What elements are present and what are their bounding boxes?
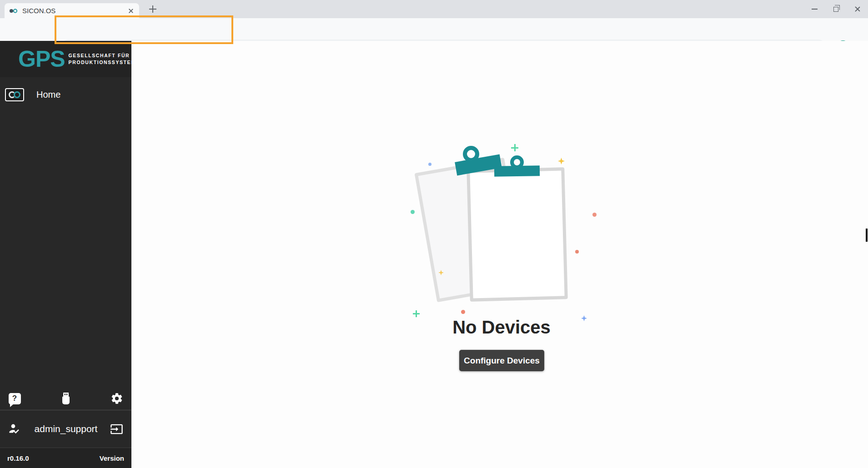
home-label: Home — [36, 90, 60, 100]
version-bar: r0.16.0 Version — [0, 448, 131, 468]
clip-front — [494, 165, 540, 177]
window-restore-button[interactable] — [825, 0, 847, 18]
version-value: r0.16.0 — [7, 454, 29, 462]
usb-icon — [60, 392, 71, 405]
minimize-icon — [812, 9, 818, 10]
gps-logo: GPS — [18, 48, 65, 70]
tab-siconos[interactable]: SICON.OS — [5, 3, 139, 18]
user-row: admin_support — [0, 410, 131, 448]
confetti-dot — [592, 213, 597, 217]
confetti-plus — [511, 144, 518, 151]
sidebar-header: GPS GESELLSCHAFT FÜR PRODUKTIONSSYSTEME — [0, 41, 131, 77]
tab-strip: SICON.OS — [0, 0, 868, 18]
tab-close-icon[interactable] — [127, 7, 135, 15]
sidebar-item-home[interactable]: Home — [0, 84, 131, 105]
empty-state-title: No Devices — [411, 317, 592, 338]
window-controls — [804, 0, 868, 18]
clipboard-front-illustration — [467, 167, 568, 302]
settings-button[interactable] — [108, 388, 126, 408]
new-tab-button[interactable] — [149, 5, 156, 13]
user-verified-icon — [8, 423, 22, 435]
window-minimize-button[interactable] — [804, 0, 825, 18]
browser-window: SICON.OS — [0, 0, 868, 468]
confetti-dot — [428, 163, 431, 166]
restore-icon — [833, 7, 838, 12]
favicon-sicon-icon — [9, 7, 18, 15]
version-label: Version — [100, 454, 124, 462]
close-icon — [854, 6, 861, 12]
tab-title: SICON.OS — [22, 7, 127, 15]
confetti-dot — [575, 250, 579, 254]
help-icon: ? — [9, 393, 21, 404]
usb-button[interactable] — [57, 388, 75, 408]
configure-devices-button[interactable]: Configure Devices — [459, 350, 544, 371]
username: admin_support — [22, 423, 110, 434]
gps-logo-subtitle: GESELLSCHAFT FÜR PRODUKTIONSSYSTEME — [69, 52, 131, 66]
home-co-icon — [5, 88, 24, 101]
window-close-button[interactable] — [847, 0, 868, 18]
sidebar-tools: ? — [0, 387, 131, 410]
sidebar: GPS GESELLSCHAFT FÜR PRODUKTIONSSYSTEME … — [0, 41, 131, 468]
confetti-dot — [411, 210, 415, 214]
text-cursor-pointer — [866, 229, 868, 242]
logout-icon[interactable] — [110, 423, 123, 436]
confetti-dot — [461, 310, 465, 314]
help-button[interactable]: ? — [5, 388, 24, 408]
confetti-sparkle — [558, 158, 565, 164]
browser-toolbar: Not secure | siconos-cb9b.local/devices … — [0, 18, 868, 41]
confetti-plus — [413, 310, 420, 317]
gear-icon — [110, 392, 123, 405]
main-content: No Devices Configure Devices — [131, 41, 868, 468]
